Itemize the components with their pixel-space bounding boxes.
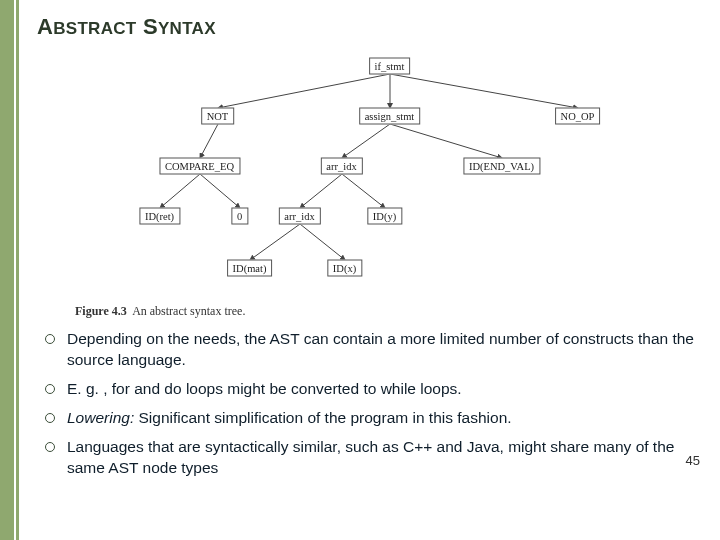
node-id-ret: ID(ret) (139, 208, 180, 225)
caption-label: Figure 4.3 (75, 304, 127, 318)
node-id-x: ID(x) (327, 260, 362, 277)
svg-line-6 (160, 174, 200, 208)
page-number: 45 (686, 453, 700, 468)
tree-edges (90, 50, 650, 300)
ast-diagram: if_stmt NOT assign_stmt NO_OP COMPARE_EQ… (90, 50, 650, 300)
bullet-item: Lowering: Significant simplification of … (41, 408, 702, 429)
svg-line-7 (200, 174, 240, 208)
svg-line-10 (250, 224, 300, 260)
node-assign-stmt: assign_stmt (359, 108, 421, 125)
svg-line-3 (200, 124, 218, 158)
node-if-stmt: if_stmt (369, 58, 411, 75)
node-compare-eq: COMPARE_EQ (159, 158, 240, 175)
node-zero: 0 (231, 208, 248, 225)
node-id-y: ID(y) (367, 208, 402, 225)
svg-line-5 (390, 124, 502, 158)
slide-title: ABSTRACT SYNTAX (37, 14, 702, 40)
svg-line-4 (342, 124, 390, 158)
svg-line-8 (300, 174, 342, 208)
bullet-item: Languages that are syntactically similar… (41, 437, 702, 479)
svg-line-0 (218, 74, 390, 108)
node-id-mat: ID(mat) (227, 260, 273, 277)
node-arr-idx-mid: arr_idx (278, 208, 320, 225)
node-id-endval: ID(END_VAL) (463, 158, 540, 175)
title-rest-2: YNTAX (158, 19, 216, 38)
bullet-item: Depending on the needs, the AST can cont… (41, 329, 702, 371)
svg-line-2 (390, 74, 578, 108)
bullet-list: Depending on the needs, the AST can cont… (41, 329, 702, 479)
svg-line-9 (342, 174, 385, 208)
sidebar-thick (0, 0, 14, 540)
figure-caption: Figure 4.3 An abstract syntax tree. (75, 304, 702, 319)
svg-line-11 (300, 224, 345, 260)
slide-content: ABSTRACT SYNTAX (19, 0, 720, 540)
bullet-item: E. g. , for and do loops might be conver… (41, 379, 702, 400)
caption-text: An abstract syntax tree. (132, 304, 245, 318)
node-arr-idx-top: arr_idx (320, 158, 362, 175)
title-rest-1: BSTRACT (53, 19, 136, 38)
node-not: NOT (201, 108, 235, 125)
title-letter-2: S (143, 14, 158, 39)
node-no-op: NO_OP (555, 108, 601, 125)
title-letter-1: A (37, 14, 53, 39)
